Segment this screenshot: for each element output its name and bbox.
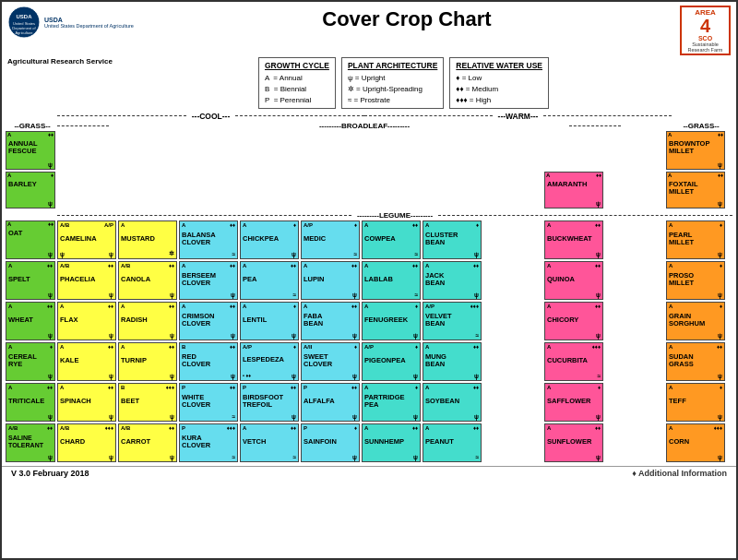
cell-cucurbita: A♦♦♦ CUCURBITA ≈: [544, 342, 603, 381]
additional-info[interactable]: ♦ Additional Information: [632, 469, 727, 478]
cell-empty-4-9: [483, 261, 542, 300]
cell-empty-2-2: [57, 172, 116, 209]
version-label: V 3.0 February 2018: [11, 469, 89, 478]
cell-empty-1-3: [118, 131, 177, 170]
cell-crimson-clover: A♦♦ CRIMSONCLOVER ψ: [179, 302, 238, 340]
cell-saline-tolerant: A/B♦♦ SALINETOLERANT ψ: [6, 423, 55, 462]
cell-empty-2-5: [240, 172, 299, 209]
warm-label: ---WARM---: [493, 112, 544, 121]
cell-sainfoin: P♦ SAINFOIN ψ: [301, 423, 360, 462]
cell-cowpea: A♦♦ COWPEA ≈: [362, 220, 421, 259]
cell-buckwheat: A♦♦ BUCKWHEAT ψ: [544, 220, 603, 259]
cell-grain-sorghum: A♦ GRAINSORGHUM ψ: [666, 302, 725, 340]
cell-corn: A♦♦♦ CORN ψ: [666, 423, 725, 462]
cell-quinoa: A♦♦ QUINOA ψ: [544, 261, 603, 300]
cell-pearl-millet: A♦ PEARLMILLET ψ: [666, 220, 725, 259]
cell-lespedeza: A/P♦ LESPEDEZA • ♦♦ψ: [240, 342, 299, 381]
cell-white-clover: P♦♦ WHITECLOVER ≈: [179, 383, 238, 422]
cell-radish: A♦♦ RADISH ψ: [118, 302, 177, 340]
cell-empty-6-11: [605, 342, 664, 381]
cell-empty-8-11: [605, 423, 664, 462]
section-row-grass-broadleaf: --GRASS-- ---------BROADLEAF--------- --…: [2, 122, 736, 130]
cell-berseem-clover: A♦♦ BERSEEMCLOVER ψ: [179, 261, 238, 300]
cell-spelt: A♦♦ SPELT ψ: [6, 261, 55, 300]
chart-row-3: A ♦♦ OAT ψ A/BA/P CAMELINA ψψ A MUSTARD …: [6, 220, 732, 259]
page: USDA United States Department of Agricul…: [0, 0, 738, 560]
cell-lentil: A♦ LENTIL ψ: [240, 302, 299, 340]
cell-foxtail-millet: A ♦♦ FOXTAILMILLET ψ: [666, 172, 725, 209]
cell-empty-5-9: [483, 302, 542, 340]
cell-empty-1-6: [301, 131, 360, 170]
cell-carrot: A/B♦♦ CARROT ψ: [118, 423, 177, 462]
cell-empty-2-8: [423, 172, 482, 209]
cell-balansa-clover: A♦♦ BALANSACLOVER ≈: [179, 220, 238, 259]
chart-row-1: A ♦♦ ANNUALFESCUE ψ A ♦♦ BROWNTOPMILLET …: [6, 131, 732, 170]
cell-oat: A ♦♦ OAT ψ: [6, 220, 55, 259]
cell-empty-3-9: [483, 220, 542, 259]
cell-empty-2-9: [483, 172, 542, 209]
ars-label: Agricultural Research Service: [7, 57, 127, 66]
cell-canola: A/B♦♦ CANOLA ψ: [118, 261, 177, 300]
svg-text:Agriculture: Agriculture: [15, 30, 33, 35]
cell-jack-bean: A♦♦ JACKBEAN ψ: [423, 261, 482, 300]
chart-row-2: A ♦ BARLEY ψ A ♦♦ AMARANTH ψ: [6, 172, 732, 209]
cell-sweet-clover: A/II♦ SWEETCLOVER ψ: [301, 342, 360, 381]
cell-empty-2-6: [301, 172, 360, 209]
cell-pea: A♦♦ PEA ≈: [240, 261, 299, 300]
legend-growth-cycle: GROWTH CYCLE A = Annual B = Biennial P =…: [258, 57, 336, 109]
cell-empty-1-9: [483, 131, 542, 170]
cell-empty-3-11: [605, 220, 664, 259]
cell-proso-millet: A♦ PROSOMILLET ψ: [666, 261, 725, 300]
cell-empty-2-4: [179, 172, 238, 209]
cell-faba-bean: A♦♦ FABABEAN ψ: [301, 302, 360, 340]
chart-row-4: A♦♦ SPELT ψ A/B♦♦ PHACELIA ψ A/B♦♦ CANOL…: [6, 261, 732, 300]
cell-lupin: A♦♦ LUPIN ψ: [301, 261, 360, 300]
cell-mustard: A MUSTARD ✲: [118, 220, 177, 259]
cell-browntop-millet: A ♦♦ BROWNTOPMILLET ψ: [666, 131, 725, 170]
cell-empty-1-10: [544, 131, 603, 170]
cell-turnip: A♦♦ TURNIP ψ: [118, 342, 177, 381]
cell-empty-2-7: [362, 172, 421, 209]
cell-empty-1-4: [179, 131, 238, 170]
cell-mung-bean: A♦♦ MUNGBEAN ψ: [423, 342, 482, 381]
cell-empty-8-9: [483, 423, 542, 462]
cell-chicory: A♦♦ CHICORY ψ: [544, 302, 603, 340]
chart-row-6: A♦ CEREALRYE ψ A♦♦ KALE ψ A♦♦ TURNIP ψ B…: [6, 342, 732, 381]
cell-amaranth: A ♦♦ AMARANTH ψ: [544, 172, 603, 209]
cell-empty-7-9: [483, 383, 542, 422]
cell-wheat: A♦♦ WHEAT ψ: [6, 302, 55, 340]
page-title: Cover Crop Chart: [134, 7, 680, 31]
cell-empty-6-9: [483, 342, 542, 381]
legend-water-use: RELATIVE WATER USE ♦ = Low ♦♦ = Medium ♦…: [449, 57, 549, 109]
cell-peanut: A♦♦ PEANUT ≈: [423, 423, 482, 462]
cell-empty-1-11: [605, 131, 664, 170]
cell-red-clover: B♦♦ REDCLOVER ψ: [179, 342, 238, 381]
cell-camelina: A/BA/P CAMELINA ψψ: [57, 220, 116, 259]
cell-sudan-grass: A♦♦ SUDANGRASS ψ: [666, 342, 725, 381]
cell-partridge-pea: A♦ PARTRIDGEPEA ψ: [362, 383, 421, 422]
chart-row-5: A♦♦ WHEAT ψ A♦♦ FLAX ψ A♦♦ RADISH ψ A♦♦ …: [6, 302, 732, 340]
cell-chard: A/B♦♦♦ CHARD ψ: [57, 423, 116, 462]
cell-empty-1-7: [362, 131, 421, 170]
cell-phacelia: A/B♦♦ PHACELIA ψ: [57, 261, 116, 300]
cell-birdsfoot-trefoil: P♦♦ BIRDSFOOTTREFOIL ψ: [240, 383, 299, 422]
cell-empty-2-11: [605, 172, 664, 209]
cell-annual-fescue: A ♦♦ ANNUALFESCUE ψ: [6, 131, 55, 170]
cell-kale: A♦♦ KALE ψ: [57, 342, 116, 381]
cell-cereal-rye: A♦ CEREALRYE ψ: [6, 342, 55, 381]
cell-chickpea: A♦ CHICKPEA ψ: [240, 220, 299, 259]
chart-row-7: A♦♦ TRITICALE ψ A♦♦ SPINACH ψ B♦♦♦ BEET …: [6, 383, 732, 422]
cell-barley: A ♦ BARLEY ψ: [6, 172, 55, 209]
cell-empty-1-5: [240, 131, 299, 170]
cell-beet: B♦♦♦ BEET ψ: [118, 383, 177, 422]
cell-safflower: A♦ SAFFLOWER ψ: [544, 383, 603, 422]
cell-sunnhemp: A♦♦ SUNNHEMP ψ: [362, 423, 421, 462]
legend-plant-arch: PLANT ARCHITECTURE ψ = Upright ✲ = Uprig…: [341, 57, 444, 109]
section-row-cool-warm: ---COOL--- ---WARM---: [2, 111, 736, 122]
cell-vetch: A♦♦ VETCH ≈: [240, 423, 299, 462]
usda-subtitle: United States Department of Agriculture: [44, 23, 134, 29]
cell-empty-1-8: [423, 131, 482, 170]
legume-label-row: ---------LEGUME---------: [57, 210, 732, 220]
cell-soybean: A♦♦ SOYBEAN ψ: [423, 383, 482, 422]
usda-logo: USDA United States Department of Agricul…: [7, 6, 134, 39]
